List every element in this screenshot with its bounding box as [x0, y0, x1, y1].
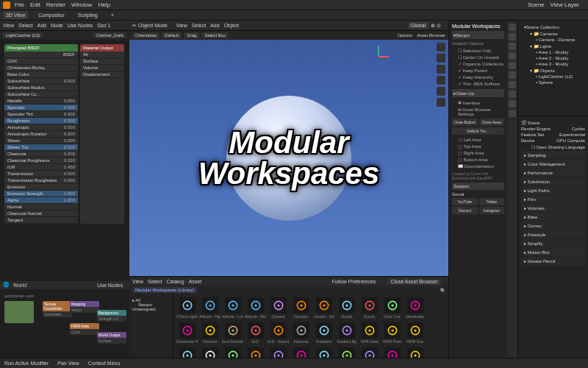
- abs-row[interactable]: ⊞ Asset Browser Settings: [452, 106, 504, 117]
- asset-item[interactable]: Altitude - Mid: [245, 297, 266, 321]
- asset-item[interactable]: Diorama: [199, 322, 220, 346]
- menu-help[interactable]: Help: [98, 1, 110, 8]
- cat-all[interactable]: ▸ All: [132, 297, 170, 302]
- menu-file[interactable]: File: [15, 1, 24, 8]
- unpack-option[interactable]: Keep Hierarchy: [452, 74, 504, 80]
- node-socket[interactable]: GGX: [4, 58, 78, 65]
- vp-icon[interactable]: [437, 87, 445, 96]
- props-section[interactable]: ▸ Film: [521, 195, 585, 203]
- props-section[interactable]: ▸ Bake: [521, 213, 585, 221]
- discord-btn[interactable]: Discord: [452, 207, 478, 214]
- props-section[interactable]: ▸ Light Paths: [521, 186, 585, 194]
- vp-icon[interactable]: [437, 98, 445, 107]
- asset-item[interactable]: 3 Point Lights: [176, 297, 198, 321]
- ne-node[interactable]: Node: [51, 23, 63, 28]
- node-socket[interactable]: Clearcoat Normal: [4, 210, 78, 217]
- hdri-thumb[interactable]: [4, 301, 34, 323]
- asset-item[interactable]: Camera: [268, 297, 289, 321]
- node-socket[interactable]: Normal: [4, 204, 78, 210]
- prop-tab-icon[interactable]: [509, 71, 516, 79]
- asset-item[interactable]: Caustics: [290, 297, 312, 321]
- prop-tab-icon[interactable]: [509, 33, 516, 40]
- twitter-btn[interactable]: Twitter: [479, 198, 505, 205]
- node-socket[interactable]: Subsurface Radius: [4, 85, 78, 91]
- global-orient[interactable]: Global: [408, 22, 429, 29]
- tab-3dview[interactable]: 3D View: [3, 11, 28, 19]
- area-item[interactable]: ▢ Bottom Area: [452, 156, 504, 163]
- prop-tab-icon[interactable]: [509, 110, 516, 117]
- drag-btn[interactable]: Drag: [184, 32, 199, 38]
- node-material-output[interactable]: Material Output AllSurfaceVolumeDisplace…: [80, 44, 124, 224]
- asset-item[interactable]: Color Corr: [381, 297, 403, 321]
- default-btn[interactable]: Default: [162, 32, 182, 38]
- interface-row[interactable]: ⇄ Interface: [452, 99, 504, 106]
- unpack-option[interactable]: Organize Collections: [452, 60, 504, 67]
- vp-icon[interactable]: [437, 54, 445, 63]
- default-thumb-btn[interactable]: Default Thu...: [452, 127, 504, 135]
- ab-catalog[interactable]: Catalog: [167, 279, 184, 284]
- shader-node-area[interactable]: Principled BSDF BSDF GGXChristensen-Burl…: [0, 40, 129, 280]
- ne-add[interactable]: Add: [37, 23, 46, 28]
- world-node[interactable]: Texture CoordinateGenerated: [43, 301, 72, 317]
- world-node[interactable]: HDRI AreaColor: [70, 323, 99, 335]
- selectbox-btn[interactable]: Select Box: [201, 32, 229, 38]
- asset-item[interactable]: EvD: [245, 322, 266, 346]
- unpack-option[interactable]: Keep Parent: [452, 67, 504, 74]
- node-socket[interactable]: Anisotropic0.000: [4, 124, 78, 131]
- node-socket[interactable]: Transmission Roughness0.000: [4, 177, 78, 184]
- node-socket[interactable]: Alpha1.000: [4, 197, 78, 204]
- vp-add[interactable]: Add: [210, 23, 219, 28]
- asset-item[interactable]: Clouds: [359, 297, 380, 321]
- prop-tab-icon[interactable]: [509, 81, 516, 88]
- feature-set-val[interactable]: Experimental: [559, 132, 585, 137]
- instagram-btn[interactable]: Instagram: [479, 207, 505, 214]
- prop-tab-icon[interactable]: [509, 43, 516, 50]
- vp-icon[interactable]: [437, 65, 445, 74]
- ab-asset[interactable]: Asset: [189, 279, 202, 284]
- render-engine-val[interactable]: Cycles: [572, 127, 585, 131]
- node-socket[interactable]: Clearcoat Roughness0.030: [4, 158, 78, 164]
- close-asset-btn[interactable]: Close Asset: [479, 118, 505, 126]
- cleanup-header[interactable]: ▸ Clean Up: [452, 89, 504, 97]
- prop-tab-icon[interactable]: [509, 62, 516, 69]
- asset-item[interactable]: Freelined: [313, 322, 334, 346]
- node-socket[interactable]: Specular Tint0.000: [4, 111, 78, 118]
- nav-gizmo[interactable]: [368, 46, 390, 68]
- area-item[interactable]: ▢ Left Area: [452, 136, 504, 143]
- asset-item[interactable]: HDRI Area: [359, 322, 380, 346]
- setups-header[interactable]: ▾ Setups: [452, 31, 504, 39]
- scene-field[interactable]: Scene: [528, 1, 545, 8]
- menu-edit[interactable]: Edit: [30, 1, 40, 8]
- node-principled-bsdf[interactable]: Principled BSDF BSDF GGXChristensen-Burl…: [4, 44, 78, 224]
- menu-render[interactable]: Render: [46, 1, 65, 8]
- asset-item[interactable]: Gradient Bg: [336, 322, 357, 346]
- transform-icons[interactable]: ⊕ ⊙: [431, 23, 441, 29]
- cat-unassigned[interactable]: Unassigned: [132, 307, 170, 311]
- node-socket[interactable]: All: [80, 52, 124, 58]
- we-scene[interactable]: 🌐: [3, 282, 10, 288]
- vp-icon[interactable]: [437, 76, 445, 85]
- node-socket[interactable]: Specular0.500: [4, 105, 78, 111]
- node-socket[interactable]: Tangent: [4, 217, 78, 224]
- node-socket[interactable]: Clearcoat0.000: [4, 151, 78, 158]
- props-section[interactable]: ▸ Freestyle: [521, 230, 585, 238]
- close-bottom-btn[interactable]: Close Bottom: [452, 118, 478, 126]
- ab-view[interactable]: View: [132, 279, 143, 284]
- prop-tab-icon[interactable]: [509, 52, 516, 60]
- outliner-item[interactable]: • LightCatcher (L2): [521, 74, 585, 79]
- outliner-item[interactable]: ▾ 📁 Cameras: [521, 30, 585, 37]
- prop-tab-icon[interactable]: [509, 100, 516, 107]
- node-socket[interactable]: Metallic0.000: [4, 98, 78, 105]
- object-field[interactable]: LightCatcher (L2): [3, 32, 43, 38]
- props-section[interactable]: ▸ Sampling: [521, 151, 585, 159]
- asset-item[interactable]: Altitude - High: [199, 297, 220, 321]
- vp-object[interactable]: Object: [224, 23, 239, 28]
- node-socket[interactable]: Emission: [4, 184, 78, 191]
- search-icon[interactable]: 🔍: [440, 288, 445, 293]
- material-field[interactable]: Catcher_Dark: [93, 32, 126, 38]
- asset-item[interactable]: Clouds: [336, 297, 357, 321]
- vp-view[interactable]: View: [176, 23, 187, 28]
- tab-compositor[interactable]: Compositor: [35, 11, 68, 19]
- asset-item[interactable]: Dust Particles: [222, 322, 243, 346]
- unpack-option[interactable]: Trim -BES Suffixes: [452, 80, 504, 87]
